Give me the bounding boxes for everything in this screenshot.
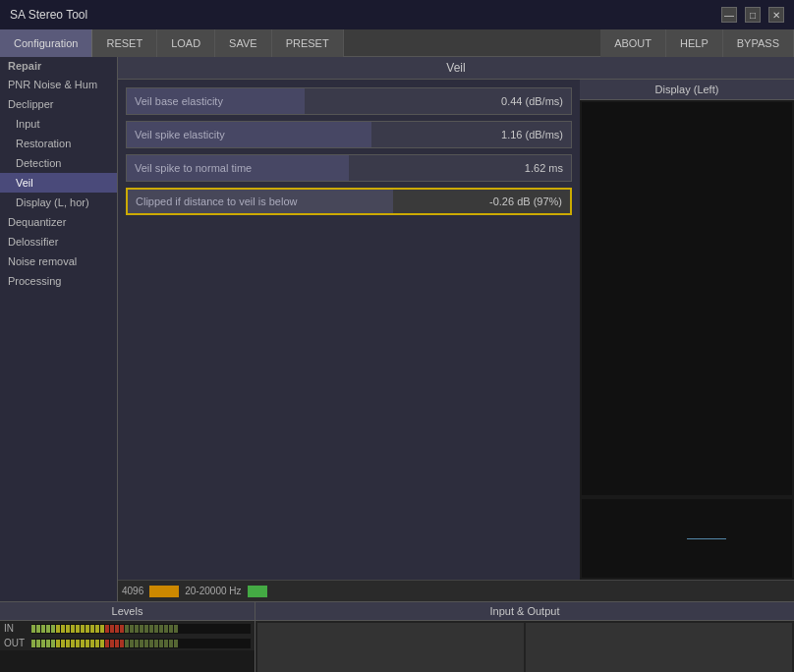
- in-label: IN: [4, 623, 28, 634]
- meter-seg: [120, 625, 124, 633]
- freq-bar: 4096 20-20000 Hz: [118, 580, 794, 601]
- out-label: OUT: [4, 638, 28, 648]
- viz-bars: [0, 650, 255, 672]
- meter-seg: [115, 625, 119, 633]
- content-area: Veil Veil base elasticity 0.44 (dB/ms) V…: [118, 57, 794, 601]
- in-meter: [31, 624, 251, 634]
- io-content: [255, 621, 794, 672]
- sidebar-item-veil[interactable]: Veil: [0, 173, 117, 193]
- meter-seg: [140, 625, 143, 633]
- display-line: [687, 538, 726, 539]
- about-button[interactable]: ABOUT: [600, 29, 666, 57]
- meter-seg: [159, 625, 163, 633]
- meter-seg: [154, 640, 158, 647]
- meter-seg: [164, 640, 168, 647]
- meter-seg: [174, 625, 178, 633]
- sidebar-item-restoration[interactable]: Restoration: [0, 134, 117, 153]
- display-screen-top: [582, 102, 792, 495]
- meter-seg: [130, 625, 134, 633]
- help-button[interactable]: HELP: [666, 29, 723, 57]
- base-elasticity-label: Veil base elasticity: [135, 95, 484, 107]
- controls-display: Veil base elasticity 0.44 (dB/ms) Veil s…: [118, 80, 794, 580]
- meter-seg: [81, 625, 85, 633]
- meter-seg: [51, 640, 55, 647]
- clipped-distance-label: Clipped if distance to veil is below: [136, 196, 483, 207]
- meter-seg: [56, 640, 60, 647]
- meter-seg: [105, 625, 109, 633]
- preset-button[interactable]: PRESET: [272, 29, 344, 57]
- meter-seg: [135, 625, 139, 633]
- sidebar-item-noise-removal[interactable]: Noise removal: [0, 252, 117, 271]
- sidebar: Repair PNR Noise & Hum Declipper Input R…: [0, 57, 118, 601]
- meter-seg: [100, 640, 104, 647]
- meter-seg: [154, 625, 158, 633]
- close-button[interactable]: ✕: [768, 7, 784, 23]
- configuration-button[interactable]: Configuration: [0, 29, 92, 57]
- meter-seg: [66, 625, 70, 633]
- spike-elasticity-row[interactable]: Veil spike elasticity 1.16 (dB/ms): [126, 121, 572, 148]
- meter-seg: [41, 625, 45, 633]
- meter-seg: [149, 640, 153, 647]
- meter-seg: [120, 640, 124, 647]
- meter-seg: [125, 625, 129, 633]
- meter-seg: [169, 625, 173, 633]
- bypass-button[interactable]: BYPASS: [723, 29, 794, 57]
- meter-seg: [95, 625, 99, 633]
- meter-seg: [90, 625, 94, 633]
- levels-title: Levels: [0, 602, 255, 621]
- meter-seg: [100, 625, 104, 633]
- meter-seg: [110, 625, 114, 633]
- sidebar-item-processing[interactable]: Processing: [0, 271, 117, 291]
- io-panel: Input & Output: [255, 602, 794, 672]
- reset-button[interactable]: RESET: [92, 29, 157, 57]
- minimize-button[interactable]: —: [721, 7, 737, 23]
- viz-area: » «: [0, 650, 255, 672]
- meter-seg: [135, 640, 139, 647]
- meter-seg: [61, 625, 65, 633]
- meter-seg: [110, 640, 114, 647]
- base-elasticity-row[interactable]: Veil base elasticity 0.44 (dB/ms): [126, 87, 572, 115]
- io-title: Input & Output: [255, 602, 794, 621]
- freq-indicator: [149, 586, 179, 597]
- clipped-distance-row[interactable]: Clipped if distance to veil is below -0.…: [126, 188, 572, 215]
- window-controls: — □ ✕: [721, 7, 784, 23]
- levels-panel: Levels IN: [0, 602, 255, 672]
- meter-seg: [164, 625, 168, 633]
- sidebar-item-detection[interactable]: Detection: [0, 153, 117, 173]
- sidebar-item-input[interactable]: Input: [0, 114, 117, 134]
- meter-seg: [51, 625, 55, 633]
- meter-seg: [71, 625, 75, 633]
- maximize-button[interactable]: □: [745, 7, 761, 23]
- meter-seg: [130, 640, 134, 647]
- sidebar-item-declipper[interactable]: Declipper: [0, 94, 117, 114]
- meter-seg: [169, 640, 173, 647]
- io-box-left: [257, 623, 524, 672]
- freq-range-value: 20-20000 Hz: [185, 586, 241, 596]
- sidebar-item-delossifier[interactable]: Delossifier: [0, 232, 117, 252]
- spike-normal-time-row[interactable]: Veil spike to normal time 1.62 ms: [126, 154, 572, 182]
- app-title: SA Stereo Tool: [10, 8, 87, 22]
- meter-seg: [36, 640, 40, 647]
- meter-seg: [81, 640, 85, 647]
- spike-elasticity-value: 1.16 (dB/ms): [484, 129, 563, 140]
- spike-normal-time-value: 1.62 ms: [484, 162, 563, 174]
- main-layout: Repair PNR Noise & Hum Declipper Input R…: [0, 57, 794, 601]
- clipped-distance-value: -0.26 dB (97%): [483, 196, 562, 207]
- save-button[interactable]: SAVE: [215, 29, 272, 57]
- load-button[interactable]: LOAD: [157, 29, 215, 57]
- meter-seg: [76, 625, 80, 633]
- sample-rate-label: 4096: [122, 586, 143, 596]
- toolbar: Configuration RESET LOAD SAVE PRESET ABO…: [0, 29, 794, 57]
- meter-seg: [140, 640, 143, 647]
- meter-seg: [85, 625, 89, 633]
- lower-section: Levels IN: [0, 601, 794, 672]
- spike-elasticity-label: Veil spike elasticity: [135, 129, 484, 140]
- sidebar-item-display[interactable]: Display (L, hor): [0, 193, 117, 212]
- meter-seg: [31, 640, 35, 647]
- meter-seg: [144, 640, 148, 647]
- freq-bar2: [248, 586, 267, 597]
- spike-normal-time-label: Veil spike to normal time: [135, 162, 484, 174]
- sidebar-item-dequantizer[interactable]: Dequantizer: [0, 212, 117, 232]
- sidebar-item-pnr[interactable]: PNR Noise & Hum: [0, 75, 117, 94]
- title-bar: SA Stereo Tool — □ ✕: [0, 0, 794, 29]
